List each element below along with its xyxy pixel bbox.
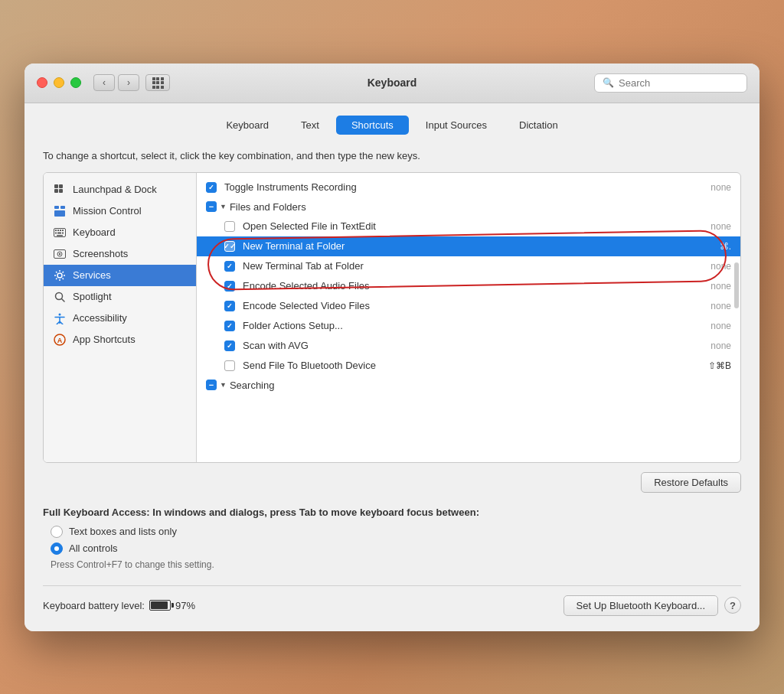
svg-rect-1	[59, 184, 63, 188]
key-send-bluetooth: ⇧⌘B	[708, 360, 731, 371]
label-encode-video: Encode Selected Video Files	[243, 300, 703, 311]
app-grid-button[interactable]	[145, 74, 170, 91]
main-panel: Launchpad & Dock Mission Control Keyboar…	[43, 172, 741, 463]
svg-rect-4	[54, 206, 59, 209]
shortcut-folder-actions[interactable]: Folder Actions Setup... none	[197, 316, 740, 336]
shortcut-send-bluetooth[interactable]: Send File To Bluetooth Device ⇧⌘B	[197, 356, 740, 376]
shortcut-new-terminal-tab[interactable]: New Terminal Tab at Folder none	[197, 256, 740, 276]
svg-rect-15	[57, 235, 63, 236]
label-encode-audio: Encode Selected Audio Files	[243, 280, 703, 292]
label-files-folders: Files and Folders	[230, 201, 306, 213]
checkbox-files-folders[interactable]	[206, 201, 217, 212]
window-title: Keyboard	[368, 77, 417, 89]
shortcut-scan-avg[interactable]: Scan with AVG none	[197, 336, 740, 356]
app-shortcuts-icon: A	[53, 333, 67, 347]
sidebar-item-keyboard[interactable]: Keyboard	[44, 222, 196, 243]
tab-text[interactable]: Text	[286, 116, 335, 135]
maximize-button[interactable]	[70, 77, 81, 88]
tab-keyboard[interactable]: Keyboard	[211, 116, 284, 135]
checkbox-toggle-instruments[interactable]	[206, 182, 217, 193]
checkbox-new-terminal[interactable]: ✓	[224, 241, 235, 252]
sidebar-item-app-shortcuts[interactable]: A App Shortcuts	[44, 329, 196, 350]
keyboard-access-section: Full Keyboard Access: In windows and dia…	[43, 507, 741, 570]
svg-text:A: A	[57, 337, 63, 344]
radio-circle-text-boxes[interactable]	[51, 526, 63, 538]
sidebar-item-spotlight[interactable]: Spotlight	[44, 286, 196, 308]
restore-defaults-button[interactable]: Restore Defaults	[641, 472, 741, 493]
shortcut-encode-video[interactable]: Encode Selected Video Files none	[197, 296, 740, 316]
back-button[interactable]: ‹	[93, 74, 115, 91]
svg-rect-0	[54, 184, 58, 188]
triangle-files-folders: ▼	[220, 203, 227, 210]
key-new-terminal-tab: none	[710, 261, 731, 272]
checkbox-new-terminal-tab[interactable]	[224, 261, 235, 272]
forward-button[interactable]: ›	[118, 74, 139, 91]
svg-rect-10	[60, 230, 61, 231]
tab-shortcuts[interactable]: Shortcuts	[336, 116, 409, 135]
sidebar-item-services[interactable]: Services	[44, 265, 196, 286]
search-icon: 🔍	[603, 77, 614, 88]
shortcut-toggle-instruments[interactable]: Toggle Instruments Recording none	[197, 178, 740, 197]
tab-dictation[interactable]: Dictation	[504, 116, 573, 135]
checkbox-send-bluetooth[interactable]	[224, 360, 235, 371]
svg-rect-13	[57, 232, 61, 233]
shortcut-new-terminal[interactable]: ✓ New Terminal at Folder ⌘.	[197, 236, 740, 256]
radio-text-boxes[interactable]: Text boxes and lists only	[51, 526, 741, 538]
battery-body	[149, 600, 171, 611]
sidebar-item-screenshots[interactable]: Screenshots	[44, 243, 196, 265]
radio-label-all-controls: All controls	[69, 542, 118, 554]
section-searching[interactable]: ▼ Searching	[197, 376, 740, 395]
label-open-textedit: Open Selected File in TextEdit	[243, 220, 703, 232]
sidebar-label-app-shortcuts: App Shortcuts	[73, 334, 136, 345]
instruction-text: To change a shortcut, select it, click t…	[43, 150, 741, 161]
titlebar: ‹ › Keyboard 🔍	[24, 64, 760, 103]
checkbox-encode-video[interactable]	[224, 301, 235, 311]
tabs-container: Keyboard Text Shortcuts Input Sources Di…	[43, 116, 741, 135]
shortcut-open-textedit[interactable]: Open Selected File in TextEdit none	[197, 217, 740, 236]
sidebar-label-keyboard: Keyboard	[73, 226, 116, 238]
sidebar-label-spotlight: Spotlight	[73, 291, 112, 302]
section-files-folders[interactable]: ▼ Files and Folders	[197, 197, 740, 217]
checkbox-folder-actions[interactable]	[224, 321, 235, 331]
content-area: Keyboard Text Shortcuts Input Sources Di…	[24, 103, 760, 631]
help-button[interactable]: ?	[724, 597, 741, 614]
radio-all-controls[interactable]: All controls	[51, 542, 741, 555]
label-scan-avg: Scan with AVG	[243, 340, 703, 351]
checkbox-scan-avg[interactable]	[224, 340, 235, 351]
label-toggle-instruments: Toggle Instruments Recording	[224, 181, 703, 193]
setup-bluetooth-button[interactable]: Set Up Bluetooth Keyboard...	[564, 595, 718, 616]
tab-input-sources[interactable]: Input Sources	[410, 116, 502, 135]
accessibility-icon	[53, 311, 67, 325]
grid-icon	[152, 77, 164, 89]
svg-rect-11	[62, 230, 64, 231]
minimize-button[interactable]	[54, 77, 64, 88]
shortcut-encode-audio[interactable]: Encode Selected Audio Files none	[197, 276, 740, 296]
spotlight-icon	[53, 290, 67, 304]
statusbar-right: Set Up Bluetooth Keyboard... ?	[564, 595, 741, 616]
svg-rect-5	[60, 206, 65, 209]
checkbox-encode-audio[interactable]	[224, 281, 235, 292]
label-folder-actions: Folder Actions Setup...	[243, 320, 703, 331]
svg-rect-12	[55, 232, 57, 233]
search-input[interactable]	[619, 77, 739, 89]
key-scan-avg: none	[710, 340, 731, 351]
label-send-bluetooth: Send File To Bluetooth Device	[243, 360, 701, 371]
key-folder-actions: none	[710, 321, 731, 331]
battery-label: Keyboard battery level: 97%	[43, 600, 195, 611]
scroll-track[interactable]	[734, 181, 739, 455]
svg-rect-8	[55, 230, 57, 231]
radio-circle-all-controls[interactable]	[51, 542, 63, 555]
sidebar-item-launchpad[interactable]: Launchpad & Dock	[44, 179, 196, 200]
svg-line-21	[62, 298, 65, 301]
checkbox-searching[interactable]	[206, 380, 217, 390]
sidebar-label-mission-control: Mission Control	[73, 205, 142, 217]
sidebar-label-screenshots: Screenshots	[73, 248, 128, 259]
sidebar-item-mission-control[interactable]: Mission Control	[44, 200, 196, 222]
statusbar: Keyboard battery level: 97% Set Up Bluet…	[43, 585, 741, 616]
checkbox-open-textedit[interactable]	[224, 221, 235, 232]
services-icon	[53, 269, 67, 282]
sidebar-item-accessibility[interactable]: Accessibility	[44, 308, 196, 329]
close-button[interactable]	[37, 77, 47, 88]
search-box[interactable]: 🔍	[594, 73, 747, 93]
scroll-thumb[interactable]	[734, 262, 739, 308]
